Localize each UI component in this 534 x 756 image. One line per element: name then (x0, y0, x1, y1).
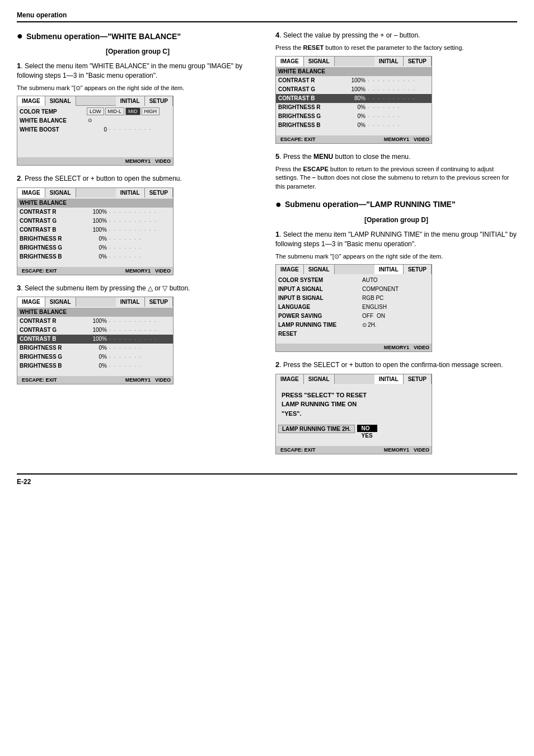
input-a-signal-row: INPUT A SIGNAL COMPONENT (276, 284, 432, 293)
brightness-g-row-2: BRIGHTNESS G 0% · · · · · · · (17, 243, 173, 252)
step-1: 1. Select the menu item "WHITE BALANCE" … (17, 61, 259, 166)
section-title-1: ● Submenu operation—"WHITE BALANCE" (17, 30, 259, 42)
brightness-b-row-3: BRIGHTNESS B 0% · · · · · · · (17, 361, 173, 370)
menu-tab-signal-2: SIGNAL (45, 188, 76, 198)
lamp-running-time-row: LAMP RUNNING TIME ⊙ 2H. (276, 320, 432, 329)
step-2: 2. Press the SELECT or + button to open … (17, 173, 259, 275)
bullet-icon-2: ● (275, 199, 282, 210)
menu-tab-image-4: IMAGE (276, 57, 304, 66)
menu-footer-3: ESCAPE: EXIT MEMORY1 VIDEO (17, 376, 173, 384)
contrast-b-row-4-selected: CONTRAST B 80% · · · · · · · · · · (276, 94, 432, 103)
step-4: 4. Select the value by pressing the + or… (275, 30, 517, 144)
bullet-icon: ● (17, 30, 23, 42)
menu-tab-setup-d1: SETUP (404, 265, 432, 274)
menu-tab-initial-3: INITIAL (116, 297, 145, 307)
left-column: ● Submenu operation—"WHITE BALANCE" [Ope… (17, 30, 259, 462)
menu-tab-image-d2: IMAGE (276, 374, 304, 384)
menu-footer-2: ESCAPE: EXIT MEMORY1 VIDEO (17, 267, 173, 275)
confirm-body: PRESS "SELECT" TO RESET LAMP RUNNING TIM… (276, 384, 432, 424)
ct-low: LOW (87, 107, 104, 115)
op-group-c: [Operation group C] (17, 48, 259, 55)
menu-tab-setup-3: SETUP (145, 297, 173, 307)
menu-tab-image-1: IMAGE (17, 96, 45, 106)
step-3: 3. Select the submenu item by pressing t… (17, 283, 259, 384)
menu-body-3: WHITE BALANCE CONTRAST R 100% · · · · · … (17, 307, 173, 376)
page-header: Menu operation (17, 11, 517, 22)
white-balance-row: WHITE BALANCE ⊙ (17, 116, 173, 125)
step-sub-1: The submenu mark "[⊙" appears on the rig… (17, 84, 259, 92)
input-b-signal-row: INPUT B SIGNAL RGB PC (276, 293, 432, 302)
menu-body-4: WHITE BALANCE CONTRAST R 100% · · · · · … (276, 66, 432, 135)
brightness-r-row-4: BRIGHTNESS R 0% · · · · · · · (276, 103, 432, 112)
menu-tab-image-3: IMAGE (17, 297, 45, 307)
confirm-yes-option: YES (357, 432, 377, 439)
contrast-g-row-3: CONTRAST G 100% · · · · · · · · · · (17, 326, 173, 335)
step-d2: 2. Press the SELECT or + button to open … (275, 360, 517, 454)
confirm-label: LAMP RUNNING TIME 2H. (278, 425, 355, 433)
step-d1: 1. Select the menu item "LAMP RUNNING TI… (275, 229, 517, 352)
menu-header-row-d2: IMAGE SIGNAL INITIAL SETUP (276, 374, 432, 384)
menu-tab-initial-2: INITIAL (116, 188, 145, 198)
menu-body-2: WHITE BALANCE CONTRAST R 100% · · · · · … (17, 198, 173, 267)
power-saving-row: POWER SAVING OFF ON (276, 311, 432, 320)
menu-tab-initial-d1: INITIAL (374, 265, 404, 274)
confirm-options: NO YES (357, 425, 377, 439)
brightness-b-row-2: BRIGHTNESS B 0% · · · · · · · (17, 252, 173, 261)
menu-tab-signal-4: SIGNAL (304, 57, 335, 66)
contrast-r-row-2: CONTRAST R 100% · · · · · · · · · · (17, 208, 173, 217)
menu-tab-initial-1: INITIAL (116, 96, 145, 106)
confirm-no-option: NO (357, 425, 377, 432)
menu-body-1: COLOR TEMP LOW MID-L MID HIGH WHITE BALA… (17, 106, 173, 157)
menu-tab-image-2: IMAGE (17, 188, 45, 198)
confirm-options-row: LAMP RUNNING TIME 2H. NO YES (276, 424, 432, 440)
color-system-row: COLOR SYSTEM AUTO (276, 275, 432, 284)
brightness-b-row-4: BRIGHTNESS B 0% · · · · · · · (276, 121, 432, 130)
menu-tab-setup-4: SETUP (404, 57, 432, 66)
ct-high: HIGH (142, 107, 160, 115)
menu-tab-signal-d1: SIGNAL (304, 265, 335, 274)
reset-row: RESET (276, 329, 432, 338)
menu-body-d1: COLOR SYSTEM AUTO INPUT A SIGNAL COMPONE… (276, 274, 432, 344)
step-5: 5. Press the MENU button to close the me… (275, 152, 517, 191)
menu-box-step1: IMAGE SIGNAL INITIAL SETUP COLOR TEMP LO… (17, 96, 174, 166)
menu-header-row-d1: IMAGE SIGNAL INITIAL SETUP (276, 265, 432, 274)
confirm-box-d2: IMAGE SIGNAL INITIAL SETUP PRESS "SELECT… (275, 374, 432, 455)
menu-footer-d2: ESCAPE: EXIT MEMORY1 VIDEO (276, 446, 432, 454)
menu-header-row-4: IMAGE SIGNAL INITIAL SETUP (276, 57, 432, 66)
menu-footer-1: MEMORY1 VIDEO (17, 157, 173, 165)
menu-box-step2: IMAGE SIGNAL INITIAL SETUP WHITE BALANCE… (17, 187, 174, 275)
menu-tab-setup-d2: SETUP (404, 374, 432, 384)
contrast-g-row-2: CONTRAST G 100% · · · · · · · · · · (17, 217, 173, 226)
menu-tab-initial-d2: INITIAL (374, 374, 404, 384)
op-group-d: [Operation group D] (275, 216, 517, 224)
language-row: LANGUAGE ENGLISH (276, 302, 432, 311)
menu-header-row-3: IMAGE SIGNAL INITIAL SETUP (17, 297, 173, 307)
menu-tab-initial-4: INITIAL (374, 57, 404, 66)
menu-tab-signal-d2: SIGNAL (304, 374, 335, 384)
menu-box-step4: IMAGE SIGNAL INITIAL SETUP WHITE BALANCE… (275, 56, 432, 144)
wb-header: WHITE BALANCE (17, 199, 173, 208)
brightness-r-row-3: BRIGHTNESS R 0% · · · · · · · (17, 344, 173, 353)
menu-tab-image-d1: IMAGE (276, 265, 304, 274)
ct-mid: MID (125, 107, 140, 115)
menu-footer-d1: MEMORY1 VIDEO (276, 344, 432, 351)
brightness-r-row-2: BRIGHTNESS R 0% · · · · · · · (17, 234, 173, 243)
page-footer: E-22 (17, 473, 517, 486)
brightness-g-row-4: BRIGHTNESS G 0% · · · · · · · (276, 112, 432, 121)
menu-tab-setup-2: SETUP (145, 188, 173, 198)
menu-tab-signal-3: SIGNAL (45, 297, 76, 307)
contrast-b-row-3-selected: CONTRAST B 100% · · · · · · · · · · (17, 335, 173, 344)
wb-header-4: WHITE BALANCE (276, 67, 432, 76)
section-title-2: ● Submenu operation—"LAMP RUNNING TIME" (275, 199, 517, 210)
right-column: 4. Select the value by pressing the + or… (275, 30, 517, 462)
brightness-g-row-3: BRIGHTNESS G 0% · · · · · · · (17, 353, 173, 361)
menu-footer-4: ESCAPE: EXIT MEMORY1 VIDEO (276, 135, 432, 143)
menu-tab-setup-1: SETUP (145, 96, 173, 106)
color-temp-row: COLOR TEMP LOW MID-L MID HIGH (17, 107, 173, 116)
menu-tab-signal-1: SIGNAL (45, 96, 76, 106)
menu-header-row-1: IMAGE SIGNAL INITIAL SETUP (17, 96, 173, 106)
contrast-b-row-2: CONTRAST B 100% · · · · · · · · · · (17, 226, 173, 234)
menu-header-row-2: IMAGE SIGNAL INITIAL SETUP (17, 188, 173, 198)
ct-midl: MID-L (105, 107, 125, 115)
white-boost-row: WHITE BOOST 0 · · · · · · · · · (17, 125, 173, 134)
